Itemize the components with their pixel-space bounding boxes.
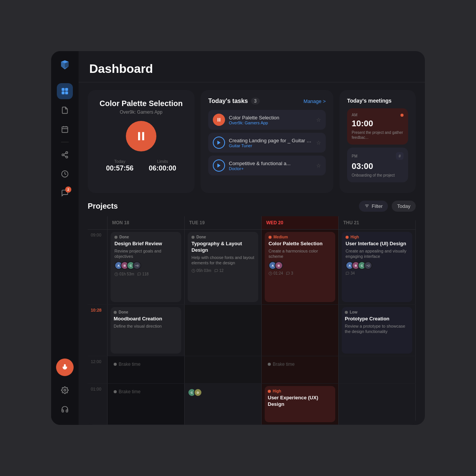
task-priority-row-5: Done xyxy=(114,310,178,314)
task-star-1[interactable]: ☆ xyxy=(316,117,321,123)
task-design-brief[interactable]: Done Design Brief Review Review project … xyxy=(111,232,181,302)
task-desc-color-palette: Create a harmonious color scheme xyxy=(269,248,331,259)
svg-point-10 xyxy=(66,156,68,158)
task-item-2[interactable]: Creating Landing page for _ Guitar Tuner… xyxy=(208,133,326,153)
meetings-widget: Today's meetings AM 10:00 Present the pr… xyxy=(339,90,416,193)
meeting-card-2[interactable]: PM # 03:00 Onboarding of the project xyxy=(347,148,408,182)
priority-label-6: Low xyxy=(350,310,357,314)
task-name-ux: User Experience (UX) Design xyxy=(268,395,332,408)
task-desc-design-brief: Review project goals and objectives xyxy=(114,248,177,259)
cell-mon-11[interactable]: Done Moodboard Creation Define the visua… xyxy=(108,305,185,356)
meta-comments-2: 12 xyxy=(214,269,224,273)
task-desc-moodboard: Define the visual direction xyxy=(114,323,178,329)
task-priority-row-6: Low xyxy=(345,310,409,314)
sidebar-item-dashboard[interactable] xyxy=(57,83,73,99)
timer-pause-button[interactable] xyxy=(126,121,156,151)
task-name-color-palette: Color Palette Selection xyxy=(269,241,331,247)
task-ux-design[interactable]: High User Experience (UX) Design xyxy=(265,386,335,422)
today-button[interactable]: Today xyxy=(392,201,416,212)
calendar-header: MON 18 TUE 19 WED 20 THU 21 xyxy=(88,216,416,230)
task-ui-design[interactable]: High User Interface (UI) Design Create a… xyxy=(342,232,412,302)
projects-header: Projects Filter Today xyxy=(88,201,416,212)
filter-button[interactable]: Filter xyxy=(359,201,388,212)
priority-dot-3 xyxy=(269,236,272,239)
brake-mon-01: Brake time xyxy=(111,386,181,397)
col-header-wed: WED 20 xyxy=(262,216,339,229)
sidebar-item-messages[interactable]: 2 xyxy=(57,185,73,201)
meta-time-2: 05h 03m xyxy=(191,269,211,273)
brake-wed: Brake time xyxy=(265,359,335,370)
task-star-3[interactable]: ☆ xyxy=(316,162,321,169)
meeting-1-time: 10:00 xyxy=(352,119,404,129)
tasks-count: 3 xyxy=(251,98,260,105)
task-typography[interactable]: Done Typography & Layout Design Help wit… xyxy=(188,232,258,302)
svg-marker-21 xyxy=(217,141,220,145)
cell-tue-brake xyxy=(185,356,262,383)
brake-label-mon: Brake time xyxy=(119,362,140,367)
cell-thu-low[interactable]: Low Prototype Creation Review a prototyp… xyxy=(339,305,416,356)
task-star-2[interactable]: ☆ xyxy=(316,140,321,146)
meeting-1-time-label: AM xyxy=(352,113,357,117)
meeting-card-1[interactable]: AM 10:00 Present the project and gather … xyxy=(347,108,408,145)
priority-label-1: Done xyxy=(119,235,129,239)
sidebar: 2 xyxy=(51,51,79,425)
priority-label-7: High xyxy=(273,389,281,393)
brake-dot-wed xyxy=(268,363,271,366)
app-logo[interactable] xyxy=(58,59,72,72)
svg-rect-3 xyxy=(65,92,68,95)
cell-thu-09[interactable]: High User Interface (UI) Design Create a… xyxy=(339,230,416,304)
meeting-1-desc: Present the project and gather feedbac..… xyxy=(352,130,404,140)
tasks-header: Today's tasks 3 Manage > xyxy=(208,98,326,105)
cell-wed-brake: Brake time xyxy=(262,356,339,383)
filter-icon xyxy=(364,204,370,209)
meta-comments-1: 118 xyxy=(137,272,149,276)
cell-tue-09[interactable]: Done Typography & Layout Design Help wit… xyxy=(185,230,262,304)
cal-row-11: 10:28 Done Moodboard Creation Define the… xyxy=(88,305,416,356)
cell-wed-01[interactable]: High User Experience (UX) Design xyxy=(262,384,339,425)
task-priority-row-1: Done xyxy=(114,235,177,239)
svg-rect-18 xyxy=(142,132,144,140)
svg-point-16 xyxy=(64,389,66,391)
task-meta-ui-design: 34 xyxy=(346,271,408,275)
cal-row-01: 01:00 Brake time C D xyxy=(88,384,416,425)
cal-row-12: 12:00 Brake time xyxy=(88,356,416,384)
task-priority-row-3: Medium xyxy=(269,235,331,239)
task-moodboard[interactable]: Done Moodboard Creation Define the visua… xyxy=(111,307,181,354)
sidebar-item-share[interactable] xyxy=(57,147,73,163)
timer-limits-stat: Limits 06:00:00 xyxy=(149,159,176,172)
avatar-more: +8 xyxy=(133,261,141,270)
svg-line-12 xyxy=(64,153,66,154)
sidebar-item-history[interactable] xyxy=(57,166,73,182)
col-header-mon: MON 18 xyxy=(108,216,185,229)
cell-mon-09[interactable]: Done Design Brief Review Review project … xyxy=(108,230,185,304)
task-color-palette[interactable]: Medium Color Palette Selection Create a … xyxy=(265,232,335,302)
task-item-3[interactable]: Competitive & functional a... Doctor+ ☆ xyxy=(208,156,326,175)
sidebar-item-help[interactable] xyxy=(57,401,73,417)
task-meta-color-palette: 01:24 3 xyxy=(269,271,331,275)
sidebar-item-calendar[interactable] xyxy=(57,121,73,137)
cell-thu-01 xyxy=(339,384,416,425)
task-desc-typography: Help with choose fonts and layout elemen… xyxy=(191,255,254,266)
mic-button[interactable] xyxy=(56,359,74,376)
task-pause-icon-1 xyxy=(213,114,225,126)
cell-tue-11 xyxy=(185,305,262,356)
svg-rect-0 xyxy=(62,88,65,91)
timer-task-subtitle: Over9k: Gamers App xyxy=(120,109,162,115)
cell-tue-01[interactable]: C D xyxy=(185,384,262,425)
task-project-3: Doctor+ xyxy=(229,166,312,171)
task-name-moodboard: Moodboard Creation xyxy=(114,316,178,322)
priority-label-3: Medium xyxy=(273,235,288,239)
task-project-1: Over9k: Gamers App xyxy=(229,121,312,125)
sidebar-item-documents[interactable] xyxy=(57,102,73,118)
header: Dashboard xyxy=(79,51,425,82)
priority-label-5: Done xyxy=(119,310,128,314)
sidebar-item-settings[interactable] xyxy=(57,382,73,398)
task-project-2: Guitar Tuner xyxy=(229,143,312,148)
tasks-manage-link[interactable]: Manage > xyxy=(304,98,326,104)
task-item-1[interactable]: Color Palette Selection Over9k: Gamers A… xyxy=(208,110,326,130)
cell-wed-09[interactable]: Medium Color Palette Selection Create a … xyxy=(262,230,339,304)
sidebar-divider xyxy=(61,142,69,142)
time-09: 09:00 xyxy=(88,230,108,304)
task-prototype[interactable]: Low Prototype Creation Review a prototyp… xyxy=(342,307,412,354)
timer-info: Today 00:57:56 Limits 06:00:00 xyxy=(97,159,185,172)
